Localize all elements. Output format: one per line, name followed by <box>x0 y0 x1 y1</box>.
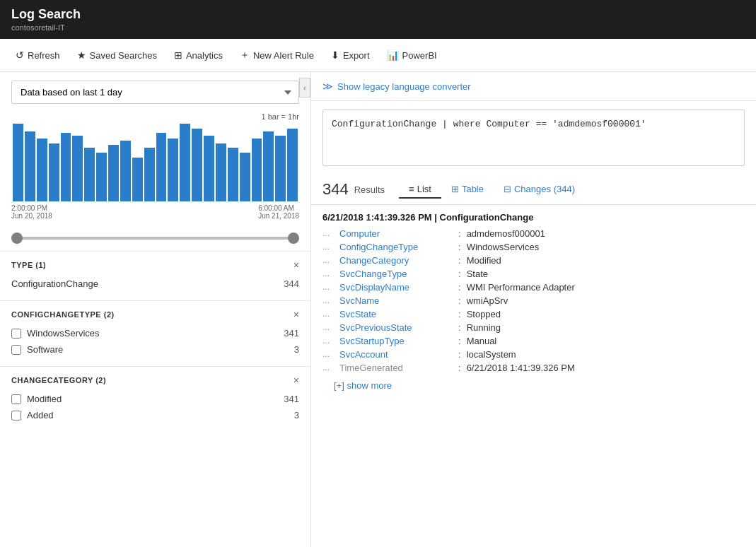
results-tabs: ≡ List ⊞ Table ⊟ Changes (344) <box>399 181 585 199</box>
field-name-svcpreviousstate[interactable]: SvcPreviousState <box>339 322 453 333</box>
analytics-icon: ⊞ <box>174 49 182 61</box>
type-configchange-label: ConfigurationChange <box>11 278 98 289</box>
slider-fill <box>11 237 299 240</box>
slider-area[interactable] <box>0 225 310 251</box>
chart-label-left: 2:00:00 PM Jun 20, 2018 <box>11 204 52 220</box>
left-panel: ‹ Data based on last 1 day Data based on… <box>0 72 311 547</box>
slider-thumb-right[interactable] <box>288 233 299 244</box>
windowsservices-checkbox[interactable] <box>11 329 21 339</box>
added-count: 3 <box>294 410 299 420</box>
field-name-svcstate[interactable]: SvcState <box>339 309 453 319</box>
tab-table[interactable]: ⊞ Table <box>441 181 494 199</box>
table-tab-icon: ⊞ <box>451 184 459 194</box>
changecategory-filter-title: CHANGECATEGORY (2) <box>11 376 106 384</box>
modified-label: Modified <box>27 394 62 404</box>
changecategory-filter-header: CHANGECATEGORY (2) × <box>11 375 299 385</box>
type-filter-close[interactable]: × <box>293 260 299 270</box>
tab-changes[interactable]: ⊟ Changes (344) <box>494 181 585 199</box>
ellipsis-icon: ... <box>322 282 337 292</box>
chart-bar <box>72 136 83 202</box>
ellipsis-icon: ... <box>322 322 337 332</box>
windowsservices-count: 341 <box>284 328 299 339</box>
chart-bar <box>61 133 71 201</box>
changecategory-filter-section: CHANGECATEGORY (2) × Modified 341 Added … <box>0 366 310 432</box>
toolbar: ↺ Refresh ★ Saved Searches ⊞ Analytics ＋… <box>0 39 756 72</box>
modified-checkbox[interactable] <box>11 394 21 404</box>
powerbi-button[interactable]: 📊 PowerBI <box>380 45 444 65</box>
field-name-svcdisplayname[interactable]: SvcDisplayName <box>339 282 453 293</box>
result-entry: 6/21/2018 1:41:39.326 PM | Configuration… <box>311 205 756 404</box>
chart-bar <box>49 143 59 202</box>
software-checkbox[interactable] <box>11 345 21 355</box>
new-alert-button[interactable]: ＋ New Alert Rule <box>233 45 321 66</box>
collapse-handle[interactable]: ‹ <box>299 78 310 98</box>
configchangetype-filter-close[interactable]: × <box>293 310 299 319</box>
field-name-svcchangetype[interactable]: SvcChangeType <box>339 269 453 279</box>
saved-searches-button[interactable]: ★ Saved Searches <box>70 45 164 65</box>
chart-bar <box>13 124 23 201</box>
chart-bar <box>192 129 202 201</box>
changes-tab-icon: ⊟ <box>504 184 511 194</box>
refresh-button[interactable]: ↺ Refresh <box>8 45 67 65</box>
query-box[interactable]: ConfigurationChange | where Computer == … <box>322 110 745 166</box>
field-row-computer: ... Computer : admdemosf000001 <box>322 227 745 240</box>
time-filter-select[interactable]: Data based on last 1 day Data based on l… <box>11 81 299 104</box>
field-row-svcpreviousstate: ... SvcPreviousState : Running <box>322 321 745 334</box>
software-label: Software <box>27 344 63 355</box>
added-label: Added <box>27 410 54 420</box>
ellipsis-icon: ... <box>322 336 337 346</box>
field-value-changecategory: Modified <box>467 255 501 266</box>
chart-labels: 2:00:00 PM Jun 20, 2018 6:00:00 AM Jun 2… <box>11 204 299 220</box>
chart-bar <box>228 148 238 201</box>
chart-bar <box>84 148 95 201</box>
chart-bar <box>252 139 262 201</box>
slider-thumb-left[interactable] <box>11 233 23 244</box>
chart-bar <box>144 148 155 201</box>
added-checkbox[interactable] <box>11 411 21 420</box>
analytics-button[interactable]: ⊞ Analytics <box>167 45 230 65</box>
field-name-changecategory[interactable]: ChangeCategory <box>339 255 453 266</box>
chart-bar <box>37 139 47 201</box>
topbar: Log Search contosoretail-IT <box>0 0 756 39</box>
legacy-converter-link[interactable]: Show legacy language converter <box>337 81 471 92</box>
export-button[interactable]: ⬇ Export <box>324 45 377 65</box>
field-name-svcname[interactable]: SvcName <box>339 295 453 306</box>
type-filter-section: TYPE (1) × ConfigurationChange 344 <box>0 251 310 300</box>
field-value-svcname: wmiApSrv <box>467 295 508 306</box>
right-panel: ≫ Show legacy language converter Configu… <box>311 72 756 547</box>
ellipsis-icon: ... <box>322 363 337 372</box>
chart-area: 1 bar = 1hr 2:00:00 PM Jun 20, 2018 6:00… <box>0 110 310 225</box>
ellipsis-icon: ... <box>322 269 337 278</box>
field-row-configchangetype: ... ConfigChangeType : WindowsServices <box>322 240 745 254</box>
chart-bar <box>120 141 131 201</box>
field-name-computer[interactable]: Computer <box>339 228 453 239</box>
chart-bar <box>275 136 286 202</box>
chart-bar <box>180 124 190 201</box>
chart-bar <box>96 153 107 201</box>
results-header: 344 Results ≡ List ⊞ Table ⊟ Changes (34… <box>311 175 756 205</box>
changecategory-filter-close[interactable]: × <box>293 375 299 385</box>
refresh-icon: ↺ <box>16 49 24 61</box>
field-name-configchangetype[interactable]: ConfigChangeType <box>339 242 453 252</box>
tab-list[interactable]: ≡ List <box>399 181 441 199</box>
slider-track <box>11 237 299 240</box>
chart-bar <box>216 143 226 202</box>
chart-legend: 1 bar = 1hr <box>11 112 299 121</box>
field-row-svcdisplayname: ... SvcDisplayName : WMI Performance Ada… <box>322 281 745 294</box>
chart-label-right: 6:00:00 AM Jun 21, 2018 <box>258 204 299 220</box>
ellipsis-icon: ... <box>322 309 337 319</box>
show-more-link[interactable]: [+] show more <box>322 375 403 396</box>
windowsservices-label: WindowsServices <box>27 328 100 339</box>
field-name-svcaccount[interactable]: SvcAccount <box>339 349 453 360</box>
field-row-timegenerated: ... TimeGenerated : 6/21/2018 1:41:39.32… <box>322 361 745 375</box>
list-item: WindowsServices 341 <box>11 325 299 341</box>
powerbi-icon: 📊 <box>387 49 399 61</box>
results-count: 344 <box>322 180 349 199</box>
field-row-svcstartuptype: ... SvcStartupType : Manual <box>322 334 745 348</box>
field-name-svcstartuptype[interactable]: SvcStartupType <box>339 336 453 346</box>
ellipsis-icon: ... <box>322 295 337 305</box>
ellipsis-icon: ... <box>322 242 337 252</box>
chart-bar <box>132 158 143 201</box>
modified-count: 341 <box>284 394 299 404</box>
result-timestamp: 6/21/2018 1:41:39.326 PM | Configuration… <box>322 212 745 223</box>
